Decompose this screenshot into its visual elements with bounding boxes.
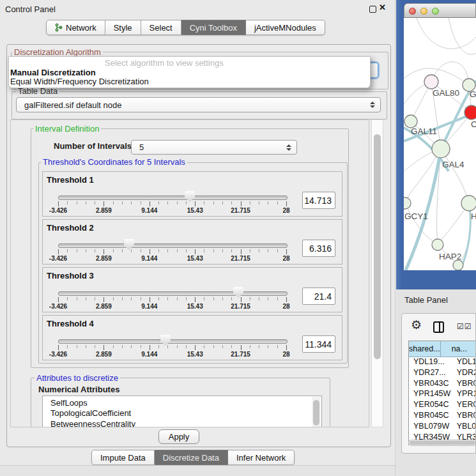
network-node[interactable] [432, 239, 443, 250]
threshold-panel-3: Threshold 3 -3.426 2.859 9.144 15.43 21.… [42, 267, 342, 312]
table-row[interactable]: YBL079WYBL0 [409, 422, 476, 433]
tab-infer-network[interactable]: Infer Network [228, 450, 295, 465]
stepper-icon [286, 144, 291, 151]
slider-track[interactable] [58, 243, 288, 248]
table-row[interactable]: YDL19...YDL1 [409, 357, 476, 368]
table-row[interactable]: YPR145WYPR1 [409, 389, 476, 400]
threshold-value-input[interactable] [302, 240, 335, 257]
list-item[interactable]: SelfLoops [43, 398, 321, 408]
columns-icon[interactable] [433, 321, 444, 333]
close-traffic-light-icon[interactable] [409, 8, 416, 15]
slider-major-ticks [58, 297, 286, 302]
list-item[interactable]: BetweennessCentrality [43, 419, 321, 427]
slider-track[interactable] [58, 196, 288, 200]
table-data-value: galFiltered.sif default node [24, 100, 121, 110]
network-node[interactable] [453, 260, 463, 270]
bottom-tabbar: Impute Data Discretize Data Infer Networ… [91, 450, 295, 465]
slider-track[interactable] [58, 339, 288, 344]
threshold-panel-4: Threshold 4 -3.426 2.859 9.144 15.43 21.… [42, 315, 342, 360]
control-panel-tabbar: Network Style Select Cyni Toolbox jActiv… [46, 20, 325, 35]
tab-jactivemnodules[interactable]: jActiveMNodules [246, 20, 325, 35]
network-view[interactable]: GAL80 GA C GAL11 GAL4 GCY1 H HAP2 [404, 18, 476, 270]
table-row[interactable]: YBR045CYBR0 [409, 411, 476, 422]
slider-thumb[interactable] [160, 335, 171, 346]
node-label: H [471, 211, 476, 221]
threshold-value-input[interactable] [302, 335, 335, 353]
slider-thumb[interactable] [185, 191, 195, 202]
network-node[interactable] [404, 197, 411, 209]
checkbox-icons[interactable]: ☑☑ [457, 322, 472, 331]
slider-thumb[interactable] [124, 239, 134, 250]
tab-cyni-toolbox[interactable]: Cyni Toolbox [181, 20, 246, 35]
number-of-intervals-value: 5 [139, 142, 144, 152]
tab-label: Style [114, 23, 132, 33]
group-title: Threshold's Coordinates for 5 Intervals [41, 158, 187, 166]
network-window-titlebar[interactable] [404, 3, 476, 18]
slider-major-ticks [58, 249, 286, 254]
settings-scroll-viewport: Interval Definition Number of Intervals … [10, 119, 369, 427]
zoom-traffic-light-icon[interactable] [432, 8, 439, 15]
table-row[interactable]: YBR043CYBR0 [409, 379, 476, 390]
control-panel-title: Control Panel [5, 4, 56, 14]
apply-button[interactable]: Apply [158, 429, 199, 444]
tab-select[interactable]: Select [141, 20, 181, 35]
dropdown-option-equal-width[interactable]: Equal Width/Frequency Discretization [10, 77, 149, 86]
node-table: shared... na... YDL19...YDL1 YDR27...YDR… [408, 341, 476, 445]
threshold-panel-2: Threshold 2 -3.426 2.859 9.144 15.43 21.… [42, 219, 342, 265]
slider-track[interactable] [58, 291, 288, 296]
threshold-label: Threshold 3 [47, 271, 94, 280]
number-of-intervals-combobox[interactable]: 5 [131, 140, 297, 155]
tab-label: Discretize Data [163, 453, 219, 463]
node-label: GA [470, 89, 476, 99]
group-title: Attributes to discretize [35, 374, 120, 382]
network-node[interactable] [464, 105, 476, 119]
table-horizontal-scrollbar[interactable] [408, 440, 476, 446]
list-scrollbar[interactable] [312, 397, 321, 427]
threshold-label: Threshold 2 [47, 223, 94, 233]
slider-thumb[interactable] [233, 287, 243, 298]
table-panel-title: Table Panel [404, 295, 448, 305]
network-node[interactable] [424, 75, 438, 89]
column-header[interactable]: na... [441, 341, 476, 357]
network-node[interactable] [461, 196, 476, 211]
table-panel: ⚙ ☑☑ shared... na... YDL19...YDL1 YDR27.… [401, 313, 476, 454]
tab-style[interactable]: Style [105, 20, 141, 35]
tab-label: Infer Network [236, 453, 286, 463]
float-window-icon[interactable] [369, 6, 376, 13]
network-node[interactable] [404, 115, 417, 128]
tab-impute-data[interactable]: Impute Data [91, 450, 155, 465]
node-label: GAL80 [433, 88, 459, 98]
numerical-attributes-label: Numerical Attributes [38, 385, 119, 394]
dropdown-option-manual[interactable]: Manual Discretization [10, 68, 96, 77]
close-icon[interactable]: ✕ [379, 3, 386, 12]
scrollbar-thumb[interactable] [410, 441, 475, 445]
tab-network[interactable]: Network [46, 20, 105, 35]
threshold-value-input[interactable] [302, 288, 335, 305]
minimize-traffic-light-icon[interactable] [420, 8, 427, 15]
slider-major-ticks [58, 345, 286, 350]
scrollbar-thumb[interactable] [374, 134, 381, 359]
list-item[interactable]: TopologicalCoefficient [43, 408, 321, 418]
table-header-row: shared... na... [409, 341, 476, 357]
slider-major-ticks [58, 201, 286, 206]
tab-discretize-data[interactable]: Discretize Data [155, 450, 228, 465]
network-nodes [404, 75, 476, 270]
threshold-value-input[interactable] [302, 192, 335, 209]
table-row[interactable]: YDR27...YDR2 [409, 368, 476, 379]
table-data-combobox[interactable]: galFiltered.sif default node [16, 97, 381, 112]
column-header[interactable]: shared... [409, 341, 441, 357]
numerical-attributes-list[interactable]: SelfLoops TopologicalCoefficient Between… [42, 395, 322, 427]
gear-icon[interactable]: ⚙ [411, 319, 422, 331]
app-root: Control Panel ✕ Network Style Select Cyn… [0, 0, 476, 476]
node-label: GAL11 [411, 127, 437, 136]
network-node[interactable] [432, 140, 450, 158]
cyni-toolbox-panel: Discretization Algorithm Select algorith… [6, 44, 391, 447]
number-of-intervals-label: Number of Intervals [54, 141, 132, 151]
table-row[interactable]: YER054CYER0 [409, 400, 476, 411]
group-title: Discretization Algorithm [12, 48, 103, 56]
settings-scrollbar[interactable] [371, 119, 383, 427]
threshold-panel-1: Threshold 1 -3.426 2.859 9.144 15.43 21.… [42, 171, 342, 217]
panel-divider[interactable] [395, 0, 395, 476]
node-label: GCY1 [404, 211, 428, 221]
threshold-label: Threshold 4 [47, 319, 94, 328]
